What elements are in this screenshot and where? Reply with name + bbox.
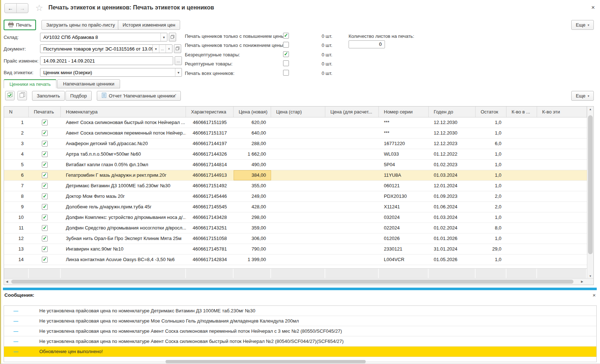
- cell-valid_to: 01.02.2024: [429, 223, 476, 233]
- report-button[interactable]: Отчет 'Напечатанные ценники': [97, 91, 181, 101]
- table-row[interactable]: 6✓Гепатромбин Г мазь д/наружн.и рект.при…: [4, 170, 587, 181]
- table-row[interactable]: 10✓Долфин Комплекс: устройство д/промыва…: [4, 212, 587, 223]
- horizontal-scrollbar-thumb[interactable]: [11, 280, 573, 284]
- warehouse-open-button[interactable]: [169, 33, 176, 41]
- pick-button[interactable]: Подбор: [65, 91, 92, 101]
- message-row[interactable]: — Не установлена прайсовая цена по номен…: [4, 316, 596, 326]
- more-button-top[interactable]: Еще ▾: [571, 20, 594, 30]
- price-period-field[interactable]: 14.09.2021 - 14.09.2021: [40, 56, 173, 65]
- table-row[interactable]: 13✓Ингавирин капс.90мг №1046066171457817…: [4, 244, 587, 255]
- table-row[interactable]: 12✓Зубная нить Орал-Би Про Эксперт Клини…: [4, 233, 587, 244]
- table-row[interactable]: 5✓Витабакт капли глазн 0.05% фл.10мл4606…: [4, 160, 587, 170]
- cell-valid_to: 01.03.2024: [429, 212, 476, 223]
- filter-checkbox[interactable]: ✓: [283, 33, 289, 39]
- document-field[interactable]: Поступление товаров услуг ЭС-01315166 от…: [40, 44, 172, 53]
- forward-button[interactable]: →: [16, 4, 28, 13]
- price-history-button[interactable]: История изменения цен: [118, 20, 180, 30]
- horizontal-scrollbar[interactable]: ◀ ▶: [4, 278, 593, 285]
- column-header-valid_to[interactable]: Годен до: [429, 107, 476, 117]
- cell-name: Авент Соска силиконовая переменный поток…: [61, 128, 186, 138]
- message-row[interactable]: — Не установлена прайсовая цена по номен…: [4, 326, 596, 336]
- table-row[interactable]: 8✓Доктор Мом Фито мазь 20г46066171454462…: [4, 191, 587, 202]
- message-row[interactable]: — Обновление цен выполнено!: [4, 347, 596, 357]
- print-checkbox[interactable]: ✓: [42, 215, 48, 220]
- tab-price-tags-to-print[interactable]: Ценники на печать: [4, 79, 56, 88]
- table-row[interactable]: 4✓Артра таб.п.п.о.500мг+500мг №604606617…: [4, 149, 587, 160]
- choose-icon[interactable]: ...: [159, 45, 166, 53]
- column-header-stock[interactable]: Остаток: [476, 107, 506, 117]
- column-header-n[interactable]: N: [4, 107, 29, 117]
- table-row[interactable]: 1✓Авент Соска силиконовая быстрый поток …: [4, 117, 587, 128]
- print-checkbox[interactable]: ✓: [42, 236, 48, 241]
- clear-icon[interactable]: ×: [166, 45, 172, 53]
- table-row[interactable]: 9✓Долобене гель д/наружн.прим.туба 45г46…: [4, 202, 587, 212]
- cell-price_calc: [325, 160, 379, 170]
- table-row[interactable]: 3✓Анаферон детский таб.д/рассас.№2046066…: [4, 139, 587, 149]
- warehouse-field[interactable]: АУ1032 СПб Абрамова 8 ▾: [40, 33, 167, 41]
- filter-row: Печать ценников только с понижением цены…: [185, 42, 356, 49]
- column-header-series[interactable]: Номер серии: [379, 107, 429, 117]
- scroll-up-icon[interactable]: ▲: [587, 108, 593, 111]
- message-row[interactable]: — Не установлена прайсовая цена по номен…: [4, 306, 596, 316]
- print-checkbox[interactable]: ✓: [42, 204, 48, 210]
- print-checkbox[interactable]: ✓: [42, 172, 48, 178]
- load-prices-button[interactable]: Загрузить цены по прайс-листу: [41, 20, 120, 30]
- cell-qty_labels: [537, 212, 587, 223]
- chevron-down-icon[interactable]: ▾: [160, 33, 167, 41]
- print-checkbox[interactable]: ✓: [42, 183, 48, 189]
- vertical-scrollbar-thumb[interactable]: [588, 115, 593, 254]
- cell-sku: 4606617144326: [186, 149, 234, 159]
- filter-checkbox[interactable]: ✓: [283, 70, 289, 76]
- scroll-left-icon[interactable]: ◀: [6, 280, 8, 283]
- table-row[interactable]: 7✓Детримакс Витамин Д3 1000МЕ таб.230мг …: [4, 181, 587, 191]
- close-icon[interactable]: ×: [589, 4, 597, 11]
- fill-button[interactable]: Заполнить: [32, 91, 65, 101]
- uncheck-all-button[interactable]: [17, 91, 27, 100]
- print-checkbox[interactable]: ✓: [42, 246, 48, 252]
- column-header-qty_labels[interactable]: К-во эти: [537, 107, 587, 117]
- chevron-down-icon[interactable]: ▾: [175, 68, 182, 76]
- filter-checkbox[interactable]: ✓: [283, 51, 289, 57]
- print-checkbox[interactable]: ✓: [42, 257, 48, 263]
- print-checkbox[interactable]: ✓: [42, 141, 48, 147]
- column-header-price_new[interactable]: Цена (новая): [234, 107, 271, 117]
- print-checkbox[interactable]: ✓: [42, 162, 48, 168]
- cell-price_calc: [325, 149, 379, 159]
- favorite-star-icon[interactable]: ☆: [35, 3, 43, 13]
- column-header-print[interactable]: Печатать: [29, 107, 61, 117]
- more-button-table[interactable]: Еще ▾: [571, 91, 594, 101]
- cell-price_old: [271, 128, 325, 138]
- column-header-name[interactable]: Номенклатура: [61, 107, 186, 117]
- scroll-down-icon[interactable]: ▼: [587, 275, 593, 278]
- price-period-choose-button[interactable]: ...: [175, 56, 182, 65]
- back-button[interactable]: ←: [5, 4, 16, 13]
- messages-close-icon[interactable]: ×: [591, 292, 597, 299]
- messages-scrollbar-thumb[interactable]: [166, 360, 366, 363]
- filter-checkbox[interactable]: ✓: [283, 42, 289, 48]
- print-checkbox[interactable]: ✓: [42, 225, 48, 231]
- filter-checkbox[interactable]: ✓: [283, 60, 289, 66]
- print-checkbox[interactable]: ✓: [42, 130, 48, 136]
- print-checkbox[interactable]: ✓: [42, 120, 48, 125]
- column-header-sku[interactable]: Характеристика: [186, 107, 234, 117]
- vertical-scrollbar[interactable]: ▲ ▼: [587, 107, 593, 279]
- document-open-button[interactable]: [174, 44, 181, 53]
- chevron-down-icon[interactable]: ▾: [152, 45, 159, 53]
- table-row[interactable]: 14✓Линза контактная Acuvue Oasys BC=8,4 …: [4, 255, 587, 265]
- table-row[interactable]: 11✓Долфин Средство д/промывания носоглот…: [4, 223, 587, 233]
- tab-printed-price-tags[interactable]: Напечатанные ценники: [57, 79, 120, 88]
- sheets-count-input[interactable]: 0: [349, 40, 385, 48]
- table-row[interactable]: 2✓Авент Соска силиконовая переменный пот…: [4, 128, 587, 139]
- scroll-right-icon[interactable]: ▶: [581, 280, 583, 283]
- print-button[interactable]: Печать: [4, 20, 36, 30]
- cell-stock: 1,0: [476, 149, 506, 159]
- column-header-price_old[interactable]: Цена (стар): [271, 107, 325, 117]
- message-row[interactable]: — Не установлена прайсовая цена по номен…: [4, 336, 596, 347]
- cell-series: 11YU8A: [379, 170, 429, 180]
- print-checkbox[interactable]: ✓: [42, 193, 48, 199]
- column-header-price_calc[interactable]: Цена (для расчет...: [325, 107, 379, 117]
- check-all-button[interactable]: [5, 91, 15, 100]
- label-type-field[interactable]: Ценник мини (Озерки) ▾: [40, 68, 182, 77]
- column-header-qty_pack[interactable]: К-во в ...: [506, 107, 537, 117]
- print-checkbox[interactable]: ✓: [42, 151, 48, 157]
